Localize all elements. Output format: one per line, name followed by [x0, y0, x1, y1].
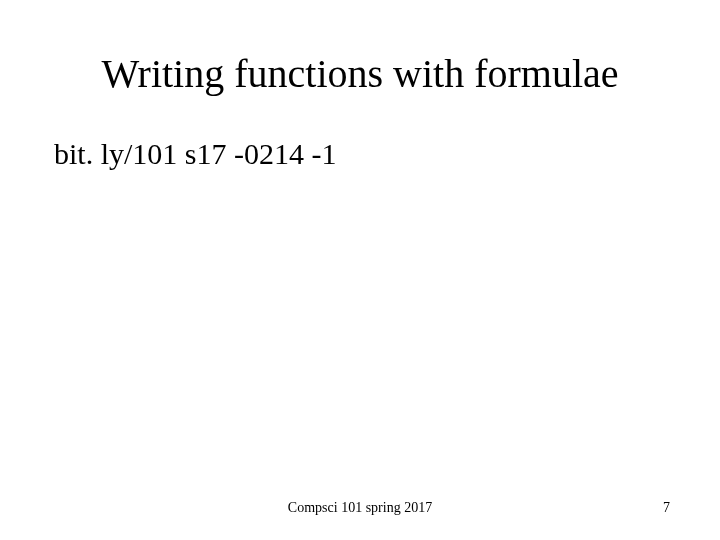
footer-text: Compsci 101 spring 2017: [288, 500, 432, 516]
page-number: 7: [663, 500, 670, 516]
slide-container: Writing functions with formulae bit. ly/…: [0, 0, 720, 540]
slide-footer: Compsci 101 spring 2017 7: [0, 500, 720, 516]
slide-body-link: bit. ly/101 s17 -0214 -1: [54, 137, 670, 171]
slide-title: Writing functions with formulae: [50, 50, 670, 97]
